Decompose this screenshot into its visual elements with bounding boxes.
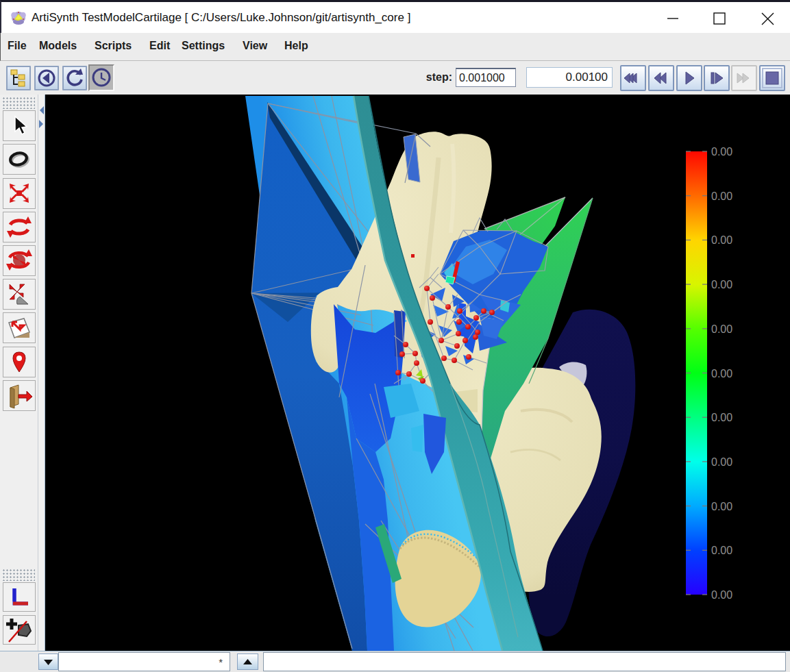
- svg-text:0.00: 0.00: [711, 501, 732, 512]
- svg-text:0.00: 0.00: [711, 368, 732, 379]
- svg-text:0.00: 0.00: [711, 589, 732, 601]
- svg-text:0.00: 0.00: [711, 323, 732, 335]
- svg-text:0.00: 0.00: [711, 456, 732, 468]
- svg-text:0.00: 0.00: [711, 545, 732, 556]
- svg-text:0.00: 0.00: [711, 190, 732, 202]
- svg-text:0.00: 0.00: [711, 279, 732, 290]
- svg-text:0.00: 0.00: [711, 146, 732, 158]
- svg-text:0.00: 0.00: [711, 412, 732, 423]
- svg-text:0.00: 0.00: [711, 234, 732, 246]
